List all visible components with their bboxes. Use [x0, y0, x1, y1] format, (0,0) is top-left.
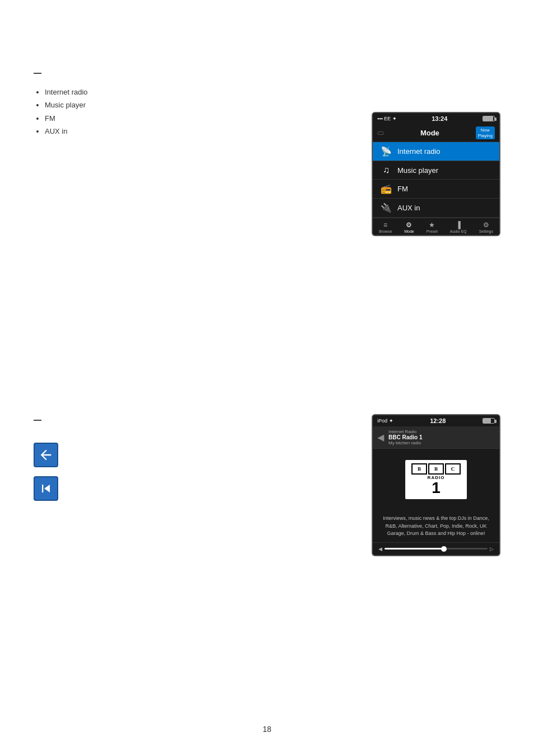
internet-radio-icon: 📡 — [378, 146, 394, 157]
previous-arrow-button[interactable] — [34, 476, 58, 501]
browse-tab-label: Browse — [379, 229, 392, 233]
phone-mockup-top: ▪▪▪ EE ✦ 13:24 Mode NowPlaying 📡 Interne… — [372, 112, 500, 236]
menu-item-music-player[interactable]: ♫ Music player — [373, 161, 499, 180]
previous-arrow-icon — [38, 481, 54, 496]
bbc-boxes-row: B B C — [411, 463, 461, 475]
battery-fill-bottom — [483, 419, 491, 423]
preset-tab-icon: ★ — [429, 221, 435, 229]
bbc-box-c: C — [445, 463, 461, 475]
music-note-icon: ♫ — [378, 165, 394, 175]
menu-item-internet-radio[interactable]: 📡 Internet radio — [373, 142, 499, 161]
tab-mode[interactable]: ⚙ Mode — [404, 221, 414, 233]
page: Internet radio Music player FM AUX in ▪▪… — [0, 0, 534, 756]
mode-tab-icon: ⚙ — [406, 221, 412, 229]
volume-track[interactable] — [385, 548, 488, 550]
radio-number: 1 — [432, 480, 441, 496]
settings-tab-icon: ⚙ — [483, 221, 489, 229]
bullet-fm: FM — [45, 112, 274, 125]
battery-icon — [483, 116, 495, 121]
time-display-bottom: 12:28 — [430, 417, 446, 424]
fm-icon: 📻 — [378, 184, 394, 194]
left-column-bottom — [34, 414, 274, 501]
arrow-icons-container — [34, 443, 274, 501]
aux-in-icon: 🔌 — [378, 203, 394, 213]
breadcrumb-line1: Internet Radio — [388, 429, 423, 434]
music-player-label: Music player — [397, 166, 438, 175]
mode-tab-label: Mode — [404, 229, 414, 233]
dash-line-top — [34, 73, 41, 74]
bullet-music-player: Music player — [45, 98, 274, 111]
station-subtitle: My kitchen radio — [388, 440, 423, 445]
station-title: BBC Radio 1 — [388, 434, 423, 440]
battery-fill — [483, 116, 493, 121]
status-bar-bottom: iPod ✦ 12:28 — [373, 415, 499, 426]
bbc-logo-area: B B C RADIO 1 — [373, 449, 499, 510]
bbc-box-b2: B — [428, 463, 444, 475]
mode-header: Mode NowPlaying — [373, 124, 499, 142]
ipod-signal-icon: iPod ✦ — [377, 418, 394, 424]
battery-icon-bottom — [483, 418, 495, 424]
volume-fill — [385, 548, 446, 550]
bbc-description: Interviews, music news & the top DJs in … — [373, 510, 499, 542]
status-bar-top: ▪▪▪ EE ✦ 13:24 — [373, 113, 499, 124]
dash-line-bottom — [34, 420, 41, 421]
time-display: 13:24 — [432, 115, 447, 122]
tab-left-empty — [377, 132, 384, 135]
mode-title: Mode — [420, 129, 439, 137]
page-number: 18 — [263, 725, 271, 734]
dash-marker-bottom — [34, 414, 274, 426]
menu-item-aux-in[interactable]: 🔌 AUX in — [373, 199, 499, 218]
tab-bar: ≡ Browse ⚙ Mode ★ Preset ▐ Audio EQ ⚙ — [373, 218, 499, 235]
back-arrow-icon — [38, 447, 54, 463]
volume-min-icon: ◀ — [378, 546, 382, 552]
audio-eq-tab-label: Audio EQ — [450, 229, 467, 233]
left-column-top: Internet radio Music player FM AUX in — [34, 67, 274, 138]
fm-label: FM — [397, 185, 408, 193]
tab-browse[interactable]: ≡ Browse — [379, 221, 392, 233]
bullet-aux-in: AUX in — [45, 125, 274, 138]
internet-radio-label: Internet radio — [397, 147, 441, 156]
volume-handle[interactable] — [441, 546, 447, 552]
back-arrow-button[interactable] — [34, 443, 58, 467]
mode-bullet-list: Internet radio Music player FM AUX in — [45, 86, 274, 138]
audio-eq-tab-icon: ▐ — [456, 221, 461, 229]
phone-frame-top: ▪▪▪ EE ✦ 13:24 Mode NowPlaying 📡 Interne… — [372, 112, 500, 236]
phone-frame-bottom: iPod ✦ 12:28 ◀ Internet Radio BBC Radio … — [372, 414, 500, 556]
dash-marker-top — [34, 67, 274, 79]
signal-icon: ▪▪▪ EE ✦ — [377, 116, 397, 121]
preset-tab-label: Preset — [427, 229, 438, 233]
bbc-back-arrow-icon[interactable]: ◀ — [377, 432, 384, 443]
bbc-back-bar: ◀ Internet Radio BBC Radio 1 My kitchen … — [373, 426, 499, 449]
tab-audio-eq[interactable]: ▐ Audio EQ — [450, 221, 467, 233]
bbc-radio-logo: B B C RADIO 1 — [405, 460, 467, 499]
tab-preset[interactable]: ★ Preset — [427, 221, 438, 233]
tab-settings[interactable]: ⚙ Settings — [479, 221, 493, 233]
phone-mockup-bottom: iPod ✦ 12:28 ◀ Internet Radio BBC Radio … — [372, 414, 500, 556]
volume-bar[interactable]: ◀ ▷ — [373, 542, 499, 555]
bbc-box-b1: B — [411, 463, 427, 475]
menu-item-fm[interactable]: 📻 FM — [373, 180, 499, 199]
bbc-title-area: Internet Radio BBC Radio 1 My kitchen ra… — [388, 429, 423, 445]
now-playing-button[interactable]: NowPlaying — [476, 126, 495, 139]
browse-tab-icon: ≡ — [383, 221, 387, 229]
aux-in-label: AUX in — [397, 204, 420, 212]
settings-tab-label: Settings — [479, 229, 493, 233]
volume-max-icon: ▷ — [490, 546, 494, 552]
bullet-internet-radio: Internet radio — [45, 86, 274, 98]
